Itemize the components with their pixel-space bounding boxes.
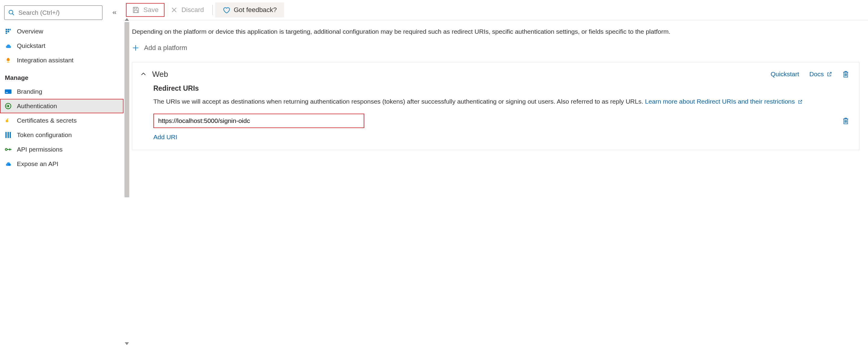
sidebar-item-quickstart[interactable]: Quickstart <box>0 38 124 53</box>
plus-icon <box>132 44 139 52</box>
toolbar: Save Discard Got feedback? <box>124 0 868 20</box>
add-uri-button[interactable]: Add URI <box>153 133 849 141</box>
svg-rect-6 <box>10 29 10 30</box>
sidebar-item-label: Expose an API <box>17 160 58 167</box>
svg-rect-14 <box>7 132 9 138</box>
svg-point-16 <box>5 149 7 150</box>
search-row <box>0 0 124 24</box>
redirect-uris-description: The URIs we will accept as destinations … <box>153 97 849 107</box>
svg-rect-9 <box>6 92 8 93</box>
authentication-icon <box>5 103 11 109</box>
token-icon <box>5 132 11 138</box>
search-box[interactable] <box>4 5 102 20</box>
redirect-uris-heading: Redirect URIs <box>153 84 849 93</box>
sidebar-item-overview[interactable]: Overview <box>0 24 124 38</box>
sidebar-item-certificates-secrets[interactable]: Certificates & secrets <box>0 113 124 128</box>
cloud-icon <box>5 42 11 49</box>
save-button[interactable]: Save <box>126 3 164 17</box>
content: Depending on the platform or device this… <box>124 20 868 158</box>
card-body: Redirect URIs The URIs we will accept as… <box>140 79 849 141</box>
heart-icon <box>222 6 230 14</box>
sidebar-item-api-permissions[interactable]: API permissions <box>0 142 124 157</box>
card-title: Web <box>152 70 168 79</box>
key-icon <box>5 117 11 124</box>
svg-rect-4 <box>6 31 7 32</box>
add-platform-button[interactable]: Add a platform <box>132 44 860 52</box>
sidebar-item-label: Overview <box>17 28 43 35</box>
svg-rect-7 <box>6 33 7 34</box>
save-button-label: Save <box>144 6 158 14</box>
learn-more-label: Learn more about Redirect URIs and their… <box>645 98 795 105</box>
add-platform-label: Add a platform <box>144 44 187 52</box>
sidebar-item-label: Integration assistant <box>17 57 73 64</box>
web-platform-card: Web Quickstart Docs Redirect URIs The UR… <box>132 62 860 150</box>
collapse-sidebar-button[interactable] <box>110 8 119 18</box>
sidebar-item-authentication[interactable]: Authentication <box>0 99 124 113</box>
grid-icon <box>5 28 11 35</box>
api-permissions-icon <box>5 146 11 153</box>
svg-rect-3 <box>7 29 9 30</box>
svg-rect-21 <box>134 10 138 13</box>
search-icon <box>8 9 15 16</box>
branding-icon <box>5 88 11 95</box>
svg-rect-2 <box>6 29 7 30</box>
svg-rect-5 <box>7 31 9 32</box>
svg-line-1 <box>12 13 14 15</box>
save-icon <box>132 6 140 14</box>
discard-button[interactable]: Discard <box>164 3 210 17</box>
delete-platform-button[interactable] <box>842 70 849 78</box>
sidebar: Overview Quickstart Integration assistan… <box>0 0 124 345</box>
nav: Overview Quickstart Integration assistan… <box>0 24 124 345</box>
svg-point-19 <box>8 164 10 166</box>
sidebar-item-branding[interactable]: Branding <box>0 84 124 99</box>
sidebar-item-integration-assistant[interactable]: Integration assistant <box>0 53 124 67</box>
svg-point-0 <box>9 10 13 14</box>
search-input[interactable] <box>19 9 98 16</box>
learn-more-link[interactable]: Learn more about Redirect URIs and their… <box>645 98 803 105</box>
sidebar-scrollbar[interactable] <box>124 18 130 345</box>
docs-link[interactable]: Docs <box>809 70 832 78</box>
intro-text: Depending on the platform or device this… <box>132 27 860 37</box>
rocket-icon <box>5 57 11 64</box>
sidebar-item-label: API permissions <box>17 146 63 153</box>
sidebar-item-label: Quickstart <box>17 42 45 50</box>
manage-section-header: Manage <box>0 67 124 84</box>
svg-rect-8 <box>5 90 11 94</box>
toolbar-separator <box>212 5 213 15</box>
feedback-button-label: Got feedback? <box>234 6 277 14</box>
redirect-desc-text: The URIs we will accept as destinations … <box>153 98 645 105</box>
sidebar-item-label: Authentication <box>17 102 57 110</box>
discard-icon <box>170 6 178 13</box>
svg-rect-20 <box>134 7 137 9</box>
redirect-uri-row <box>153 114 849 128</box>
sidebar-item-token-configuration[interactable]: Token configuration <box>0 128 124 142</box>
sidebar-item-label: Certificates & secrets <box>17 117 76 124</box>
sidebar-item-expose-api[interactable]: Expose an API <box>0 157 124 171</box>
chevron-up-icon[interactable] <box>140 71 147 77</box>
sidebar-item-label: Token configuration <box>17 131 72 138</box>
docs-link-label: Docs <box>809 70 824 77</box>
sidebar-item-label: Branding <box>17 88 42 95</box>
feedback-button[interactable]: Got feedback? <box>215 2 284 18</box>
redirect-uri-input[interactable] <box>153 114 364 128</box>
discard-button-label: Discard <box>181 6 204 14</box>
svg-rect-15 <box>10 132 11 138</box>
expose-api-icon <box>5 161 11 167</box>
svg-rect-13 <box>5 132 7 138</box>
delete-uri-button[interactable] <box>842 117 849 125</box>
main: Save Discard Got feedback? Depending on … <box>124 0 868 345</box>
card-header: Web Quickstart Docs <box>140 70 849 79</box>
quickstart-link[interactable]: Quickstart <box>771 70 799 78</box>
